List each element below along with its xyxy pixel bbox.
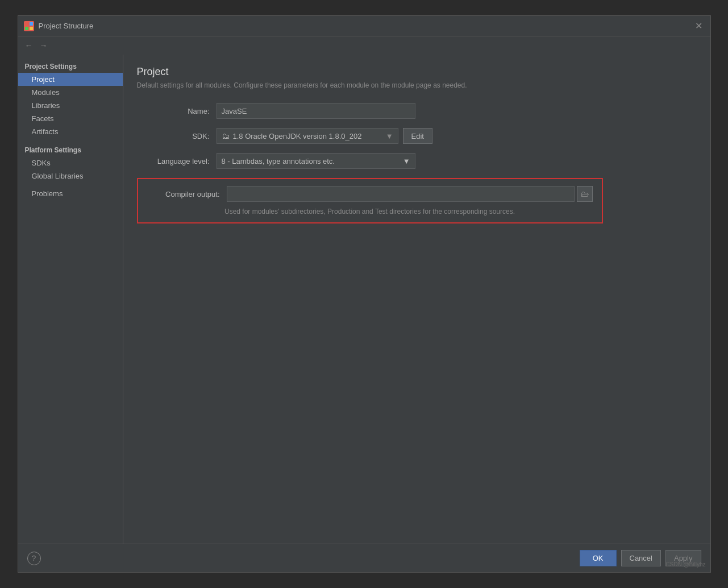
- sidebar-item-modules[interactable]: Modules: [18, 86, 123, 99]
- sidebar-item-global-libraries[interactable]: Global Libraries: [18, 169, 123, 183]
- name-row: Name:: [137, 103, 697, 119]
- help-button[interactable]: ?: [27, 552, 41, 565]
- compiler-output-row: Compiler output: 🗁: [147, 186, 593, 202]
- language-level-label: Language level:: [137, 157, 217, 165]
- compiler-output-section: Compiler output: 🗁 Used for modules' sub…: [137, 178, 603, 223]
- browse-icon: 🗁: [581, 189, 589, 198]
- language-level-value: 8 - Lambdas, type annotations etc.: [222, 157, 403, 165]
- sdk-dropdown-arrow: ▼: [386, 132, 393, 140]
- compiler-hint: Used for modules' subdirectories, Produc…: [147, 208, 593, 216]
- language-level-row: Language level: 8 - Lambdas, type annota…: [137, 153, 697, 169]
- sidebar-divider-2: [18, 183, 123, 187]
- title-bar-left: Project Structure: [24, 21, 94, 31]
- sidebar-item-problems[interactable]: Problems: [18, 187, 123, 200]
- close-button[interactable]: ✕: [693, 20, 705, 32]
- language-level-dropdown[interactable]: 8 - Lambdas, type annotations etc. ▼: [217, 153, 415, 169]
- sdk-dropdown[interactable]: 🗂 1.8 Oracle OpenJDK version 1.8.0_202 ▼: [217, 128, 398, 144]
- dialog-body: Project Settings Project Modules Librari…: [18, 55, 710, 544]
- sdk-folder-icon: 🗂: [222, 131, 230, 140]
- edit-sdk-button[interactable]: Edit: [403, 128, 432, 144]
- main-content: Project Default settings for all modules…: [123, 55, 710, 544]
- sdk-label: SDK:: [137, 132, 217, 140]
- compiler-output-input[interactable]: [227, 186, 575, 202]
- sidebar-item-sdks[interactable]: SDKs: [18, 156, 123, 169]
- forward-button[interactable]: →: [38, 40, 50, 51]
- platform-settings-label: Platform Settings: [18, 143, 123, 156]
- svg-rect-1: [30, 22, 33, 26]
- sidebar-item-artifacts[interactable]: Artifacts: [18, 125, 123, 138]
- sdk-row: SDK: 🗂 1.8 Oracle OpenJDK version 1.8.0_…: [137, 128, 697, 144]
- nav-bar: ← →: [18, 36, 710, 55]
- title-bar: Project Structure ✕: [18, 16, 710, 36]
- dialog-title: Project Structure: [39, 22, 94, 30]
- sidebar-item-project[interactable]: Project: [18, 73, 123, 86]
- page-description: Default settings for all modules. Config…: [137, 81, 697, 89]
- project-settings-label: Project Settings: [18, 59, 123, 73]
- browse-button[interactable]: 🗁: [577, 186, 593, 202]
- svg-rect-0: [25, 22, 28, 26]
- sidebar-divider: [18, 138, 123, 143]
- sidebar-item-facets[interactable]: Facets: [18, 112, 123, 125]
- back-button[interactable]: ←: [23, 40, 35, 51]
- sdk-controls: 🗂 1.8 Oracle OpenJDK version 1.8.0_202 ▼…: [217, 128, 432, 144]
- svg-rect-2: [25, 27, 28, 30]
- bottom-bar: ? OK Cancel Apply: [18, 544, 710, 572]
- sdk-value: 1.8 Oracle OpenJDK version 1.8.0_202: [233, 132, 362, 140]
- sidebar-item-libraries[interactable]: Libraries: [18, 99, 123, 112]
- name-input[interactable]: [217, 103, 415, 119]
- app-icon: [24, 21, 34, 31]
- page-title: Project: [137, 66, 697, 78]
- compiler-output-label: Compiler output:: [147, 190, 227, 198]
- language-level-arrow: ▼: [403, 157, 410, 165]
- sidebar: Project Settings Project Modules Librari…: [18, 55, 123, 544]
- svg-rect-3: [30, 27, 33, 30]
- name-label: Name:: [137, 107, 217, 115]
- ok-button[interactable]: OK: [580, 550, 617, 566]
- cancel-button[interactable]: Cancel: [621, 550, 661, 566]
- watermark: CSDN @Billyhz: [665, 561, 705, 568]
- project-structure-dialog: Project Structure ✕ ← → Project Settings…: [18, 15, 711, 573]
